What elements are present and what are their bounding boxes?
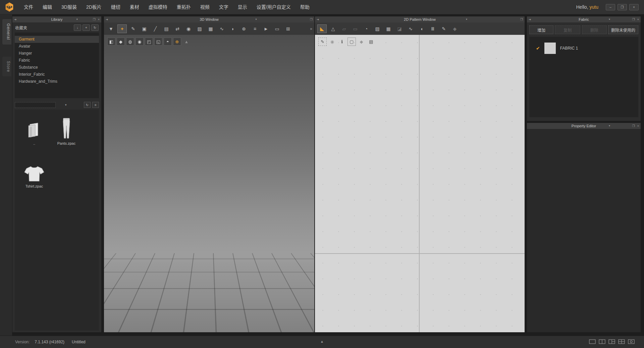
show-outline-toggle-icon[interactable]: ▢ [347,38,356,46]
zipper-tool-icon[interactable]: ≡ [250,24,260,33]
show-head-toggle-icon[interactable]: ◓ [164,38,172,46]
menu-display[interactable]: 显示 [233,0,252,14]
show-texture-toggle-icon[interactable]: ◍ [126,38,134,46]
layout-grid-4-icon[interactable] [618,339,625,344]
quad-2d-tool-icon[interactable]: ▦ [384,24,393,33]
library-item-hanger[interactable]: Hanger [15,50,99,57]
button-tool-icon[interactable]: ⊕ [239,24,249,33]
show-stitch-toggle-icon[interactable]: ✎ [318,38,327,46]
select-mesh-tool-icon[interactable]: ✎ [128,24,138,33]
select-pin-tool-icon[interactable]: ▣ [140,24,149,33]
library-item-hardware-and-trims[interactable]: Hardware_and_Trims [15,78,99,85]
layout-split-2-icon[interactable] [599,339,605,344]
iron-tool-icon[interactable]: ◪ [395,24,404,33]
delete-unused-fabric-button[interactable]: 删除未使用的 [608,25,638,34]
trace-avatar-tool-icon[interactable]: ◔ [362,24,371,33]
close-panel-icon[interactable]: × [637,123,639,129]
show-garment-toggle-icon[interactable]: ◧ [107,38,115,46]
fabric-list-item[interactable]: ✔ FABRIC 1 [529,41,638,56]
library-item-avatar[interactable]: Avatar [15,43,99,50]
edit-polygon-tool-icon[interactable]: ▱ [339,24,349,33]
layout-split-3-icon[interactable] [608,339,615,344]
menu-text[interactable]: 文字 [214,0,233,14]
quad-mesh-tool-icon[interactable]: ▦ [206,24,215,33]
measure-toggle-icon[interactable]: ▤ [367,38,375,46]
thumbnail-tshirt[interactable]: Tshirt.zpac [18,159,50,196]
sewing-foot-tool-icon[interactable]: ◖ [417,24,426,33]
trim-tool-icon[interactable]: ► [261,24,271,33]
delete-fabric-button[interactable]: 删除 [582,25,607,34]
3d-viewport[interactable]: ◧ ◆ ◍ ◉ ◰ ◱ ◓ ⊕ ▲ [104,35,314,332]
layout-single-icon[interactable] [589,339,596,344]
drop-platform-icon[interactable]: ▲ [182,38,191,46]
add-favorite-icon[interactable]: + [83,24,90,31]
more-tools-icon[interactable]: » [310,26,312,31]
menu-edit[interactable]: 编辑 [38,0,57,14]
show-arrangement-toggle-icon[interactable]: ◰ [145,38,153,46]
view-mode-icon[interactable]: ≡ [92,102,99,108]
chevron-down-icon[interactable]: ▾ [466,16,467,22]
gizmo-tool-icon[interactable]: ⊞ [283,24,293,33]
menu-file[interactable]: 文件 [19,0,38,14]
show-garment-2d-icon[interactable]: ◆ [450,24,460,33]
expand-panel-icon[interactable]: ▲ [320,340,324,343]
free-sewing-tool-icon[interactable]: ∿ [406,24,415,33]
float-panel-icon[interactable]: ❐ [632,16,635,22]
show-points-toggle-icon[interactable]: ◉ [328,38,336,46]
menu-3d-garment[interactable]: 3D服装 [57,0,82,14]
simulate-tool-icon[interactable]: ▼ [106,24,116,33]
float-panel-icon[interactable]: ❐ [520,16,523,22]
refresh-list-icon[interactable]: ↻ [84,102,91,108]
restore-button[interactable]: ❐ [618,4,627,10]
pleats-tool-icon[interactable]: Ⅲ [428,24,437,33]
close-panel-icon[interactable]: × [98,16,100,22]
menu-video[interactable]: 视频 [196,0,214,14]
select-move-tool-icon[interactable]: + [117,24,127,33]
tab-general[interactable]: General [2,19,11,45]
username[interactable]: yutu [590,4,598,10]
chevron-down-icon[interactable]: ▾ [609,123,610,129]
pen-tool-icon[interactable]: ✎ [439,24,448,33]
2d-viewport[interactable]: ✎ ◉ ℹ ▢ ◆ ▤ [315,35,525,332]
edit-pattern-tool-icon[interactable]: △ [328,24,338,33]
show-fold-toggle-icon[interactable]: ◱ [154,38,162,46]
search-input[interactable] [15,102,56,108]
copy-fabric-button[interactable]: 复制 [555,25,580,34]
check-icon[interactable]: ✔ [536,46,540,51]
menu-retopology[interactable]: 重拓扑 [172,0,196,14]
fitting-tool-icon[interactable]: ◗ [228,24,237,33]
import-favorite-icon[interactable]: ↓ [74,24,81,31]
show-tshirt-toggle-icon[interactable]: ◆ [117,38,125,46]
library-item-substance[interactable]: Substance [15,64,99,71]
pin-tool-icon[interactable]: ╱ [151,24,160,33]
add-rectangle-tool-icon[interactable]: ▭ [351,24,360,33]
hardware-tool-icon[interactable]: ▭ [272,24,282,33]
tab-store[interactable]: Store [2,57,11,77]
menu-help[interactable]: 帮助 [296,0,314,14]
pattern-info-toggle-icon[interactable]: ℹ [338,38,346,46]
menu-settings[interactable]: 设置/用户自定义 [252,0,296,14]
close-panel-icon[interactable]: × [637,16,639,22]
menu-sewing[interactable]: 缝纫 [106,0,125,14]
show-avatar-toggle-icon[interactable]: ◉ [136,38,144,46]
library-item-interior-fabric[interactable]: Interior_Fabric [15,71,99,78]
flip-fold-tool-icon[interactable]: ⇄ [173,24,182,33]
fold-arrangement-tool-icon[interactable]: ▤ [162,24,171,33]
menu-avatar[interactable]: 虚拟模特 [144,0,172,14]
float-panel-icon[interactable]: ❐ [310,16,313,22]
library-item-fabric[interactable]: Fabric [15,57,99,64]
add-fabric-button[interactable]: 增加 [529,25,553,34]
search-filter-dropdown-icon[interactable]: ▾ [65,103,67,107]
chevron-down-icon[interactable]: ▾ [76,16,78,22]
library-item-garment[interactable]: Garment [15,36,99,43]
close-button[interactable]: × [629,4,639,10]
thumbnail-parent-folder[interactable]: .. [18,116,50,153]
chevron-down-icon[interactable]: ▾ [255,16,257,22]
minimize-button[interactable]: – [606,4,615,10]
sewing-2d-tool-icon[interactable]: ▨ [373,24,382,33]
float-panel-icon[interactable]: ❐ [632,123,635,129]
layout-floating-icon[interactable] [628,339,635,344]
thumbnail-pants[interactable]: Pants.zpac [50,116,83,153]
menu-material[interactable]: 素材 [125,0,144,14]
float-panel-icon[interactable]: ❐ [93,16,96,22]
